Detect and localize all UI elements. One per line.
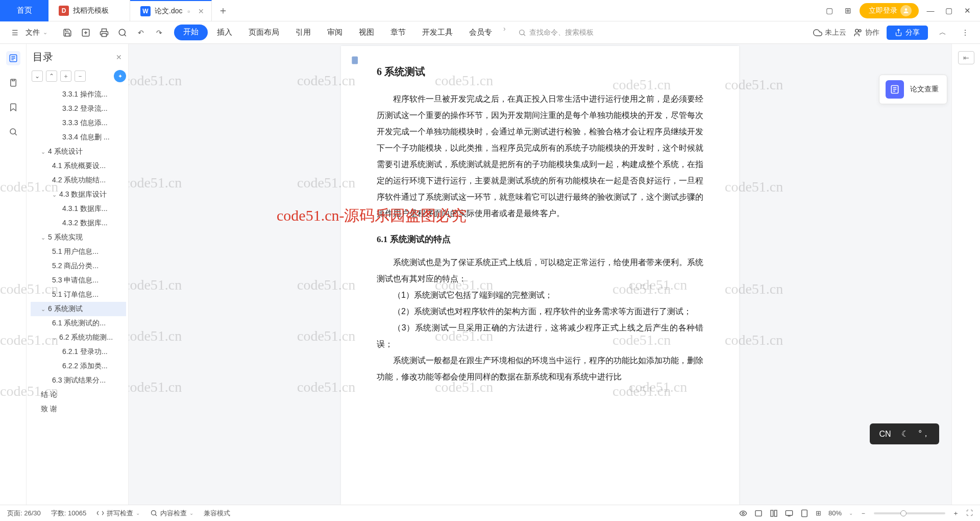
ime-indicator[interactable]: CN ☾ °， (870, 423, 939, 444)
svg-point-5 (855, 29, 859, 32)
doc-list-item: （2）系统测试也对程序软件的架构方面，程序软件的业务需求等方面进行了测试； (377, 303, 703, 320)
zoom-out-icon[interactable]: － (860, 509, 867, 518)
outline-item[interactable]: 4.3.2 数据库... (31, 216, 126, 230)
contentcheck-button[interactable]: 内容检查⌄ (150, 509, 193, 518)
menu-view[interactable]: 视图 (352, 25, 381, 40)
zoom-in-icon[interactable]: ＋ (952, 509, 959, 518)
remove-heading-icon[interactable]: － (75, 70, 86, 82)
menu-insert[interactable]: 插入 (210, 25, 239, 40)
outline-item[interactable]: 4.1 系统概要设... (31, 159, 126, 173)
outline-item-label: 6.2.1 登录功... (62, 347, 108, 357)
window-mode-icon[interactable]: ▢ (823, 6, 836, 15)
chevron-down-icon[interactable]: ⌄ (41, 306, 45, 313)
collapse-all-icon[interactable]: ⌄ (32, 70, 43, 82)
menu-pagelayout[interactable]: 页面布局 (241, 25, 286, 40)
document-area[interactable]: code51.cn code51.cn code51.cn code51.cn … (129, 44, 951, 505)
watermark-grey: code51.cn (612, 383, 671, 399)
menu-devtools[interactable]: 开发工具 (415, 25, 460, 40)
outline-item[interactable]: 致 谢 (31, 402, 126, 416)
view-mode-5-icon[interactable] (800, 509, 808, 517)
share-button[interactable]: 分享 (887, 26, 928, 40)
add-tab-button[interactable]: ＋ (212, 4, 234, 17)
collab-button[interactable]: 协作 (853, 28, 879, 37)
clipboard-rail-icon[interactable] (6, 76, 20, 90)
search-box[interactable]: 查找命令、搜索模板 (518, 28, 594, 37)
menu-review[interactable]: 审阅 (320, 25, 350, 40)
ruler-icon[interactable]: ⊞ (816, 509, 821, 517)
menu-icon[interactable]: ☰ (7, 25, 22, 40)
tab-label: 论文.doc (155, 7, 182, 16)
cloud-status[interactable]: 未上云 (813, 28, 846, 37)
outline-item[interactable]: 3.3.3 信息添... (31, 116, 126, 130)
expand-all-icon[interactable]: ⌃ (46, 70, 57, 82)
spellcheck-button[interactable]: 拼写检查⌄ (96, 509, 140, 518)
outline-item[interactable]: 3.3.4 信息删 ... (31, 130, 126, 145)
page-action-icon[interactable] (350, 55, 360, 65)
outline-item-label: 5.1 订单信息... (52, 290, 99, 299)
save-icon[interactable] (60, 25, 75, 40)
zoom-slider[interactable] (874, 512, 945, 514)
menu-more-icon[interactable]: › (501, 25, 508, 40)
panel-toggle-icon[interactable]: ⇤ (958, 51, 974, 64)
login-label: 立即登录 (869, 6, 897, 15)
outline-item[interactable]: ⌄4 系统设计 (31, 145, 126, 159)
redo-icon[interactable]: ↷ (152, 25, 167, 40)
outline-item[interactable]: 5.2 商品分类... (31, 259, 126, 273)
outline-item[interactable]: 4.3.1 数据库... (31, 202, 126, 216)
chevron-down-icon[interactable]: ⌄ (41, 149, 45, 155)
more-icon[interactable]: ⋯ (958, 25, 973, 40)
close-outline-icon[interactable]: ✕ (116, 53, 122, 61)
ai-outline-icon[interactable]: ✦ (114, 70, 126, 82)
search-rail-icon[interactable] (6, 125, 20, 139)
menu-member[interactable]: 会员专 (462, 25, 499, 40)
page-count[interactable]: 页面: 26/30 (7, 509, 41, 518)
outline-item[interactable]: 5.1 用户信息... (31, 245, 126, 259)
apps-icon[interactable]: ⊞ (841, 6, 854, 15)
maximize-icon[interactable]: ▢ (942, 6, 955, 15)
outline-item[interactable]: ⌄5 系统实现 (31, 230, 126, 245)
compat-mode[interactable]: 兼容模式 (204, 509, 230, 518)
svg-point-6 (859, 30, 862, 32)
login-button[interactable]: 立即登录 (860, 3, 919, 18)
add-heading-icon[interactable]: ＋ (60, 70, 71, 82)
outline-item[interactable]: ⌄6 系统测试 (31, 302, 126, 316)
view-mode-4-icon[interactable] (785, 509, 793, 517)
status-bar: 页面: 26/30 字数: 10065 拼写检查⌄ 内容检查⌄ 兼容模式 ⊞ 8… (0, 505, 980, 521)
svg-rect-15 (771, 510, 773, 516)
save-as-icon[interactable] (78, 25, 93, 40)
tab-document[interactable]: W 论文.doc ▫ ✕ (130, 0, 212, 21)
outline-item[interactable]: 3.3.1 操作流... (31, 87, 126, 102)
outline-item-label: 6.2 系统功能测... (59, 333, 113, 342)
tab-home[interactable]: 首页 (0, 0, 48, 21)
tab-template[interactable]: D 找稻壳模板 (48, 0, 130, 21)
outline-item[interactable]: 6.1 系统测试的... (31, 316, 126, 330)
svg-rect-10 (352, 57, 358, 64)
outline-item[interactable]: 6.2.2 添加类... (31, 359, 126, 373)
zoom-value[interactable]: 80% (828, 509, 842, 517)
print-icon[interactable] (96, 25, 112, 40)
menu-reference[interactable]: 引用 (288, 25, 318, 40)
word-count[interactable]: 字数: 10065 (51, 509, 86, 518)
view-mode-1-icon[interactable] (739, 509, 747, 517)
menu-chapter[interactable]: 章节 (383, 25, 413, 40)
bookmark-rail-icon[interactable] (6, 100, 20, 114)
chevron-down-icon[interactable]: ⌄ (41, 234, 45, 241)
outline-rail-icon[interactable] (6, 51, 20, 65)
view-mode-2-icon[interactable] (754, 509, 763, 517)
undo-icon[interactable]: ↶ (133, 25, 149, 40)
close-window-icon[interactable]: ✕ (961, 6, 974, 15)
watermark-grey: code51.cn (612, 77, 671, 93)
plagiarism-card[interactable]: 论文查重 (879, 75, 947, 104)
watermark-grey: code51.cn (129, 328, 182, 344)
duplicate-tab-icon[interactable]: ▫ (187, 7, 190, 15)
fullscreen-icon[interactable]: ⛶ (966, 509, 973, 517)
minimize-icon[interactable]: — (924, 6, 937, 15)
close-tab-icon[interactable]: ✕ (198, 7, 204, 15)
preview-icon[interactable] (115, 25, 130, 40)
collapse-ribbon-icon[interactable]: ︿ (935, 25, 950, 40)
view-mode-3-icon[interactable] (770, 509, 778, 517)
outline-item-label: 4 系统设计 (48, 147, 83, 156)
outline-item[interactable]: 3.3.2 登录流... (31, 102, 126, 116)
file-menu[interactable]: 文件 (26, 28, 40, 37)
menu-start[interactable]: 开始 (174, 25, 208, 40)
